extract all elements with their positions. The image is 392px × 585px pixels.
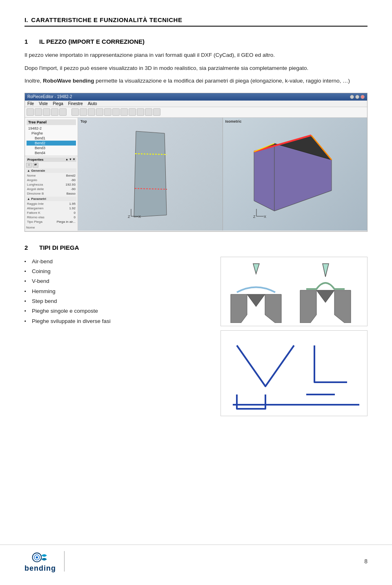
section-title: CARATTERISTICHE E FUNZIONALITÀ TECNICHE — [31, 16, 182, 23]
software-screenshot: RoPieceEditor - 19482-2 File Viste Piega… — [24, 93, 368, 232]
menu-aiuto[interactable]: Aiuto — [88, 101, 97, 106]
toolbar-btn-4[interactable] — [51, 108, 58, 116]
svg-marker-21 — [247, 294, 265, 307]
list-item-pieghe-singole: Pieghe singole e composte — [24, 306, 211, 316]
svg-marker-19 — [231, 294, 247, 323]
toolbar-btn-5[interactable] — [59, 108, 67, 116]
list-item-pieghe-sviluppate: Pieghe sviluppate in diverse fasi — [24, 316, 211, 326]
svg-marker-8 — [254, 143, 274, 211]
menu-viste[interactable]: Viste — [39, 101, 48, 106]
tree-item-pieghe[interactable]: Pieghe — [27, 131, 76, 136]
tree-item-bend3[interactable]: Bend3 — [27, 146, 76, 150]
footer-divider — [64, 551, 65, 572]
toolbar-btn-16[interactable] — [153, 108, 160, 116]
sw-title: RoPieceEditor - 19482-2 — [27, 94, 72, 99]
bend-types-list: Air-bend Coining V-bend Hemming Step ben… — [24, 257, 211, 326]
section-header: I. CARATTERISTICHE E FUNZIONALITÀ TECNIC… — [24, 16, 368, 27]
section2-illustrations — [220, 257, 368, 416]
properties-toolbar: ↕ ⇄ — [26, 163, 76, 168]
properties-title: Properties ▲ ▼ ✕ — [26, 157, 76, 162]
sw-properties-panel: Properties ▲ ▼ ✕ ↕ ⇄ ▲ Generale NomeBend… — [25, 156, 78, 231]
toolbar-btn-12[interactable] — [120, 108, 128, 116]
section2-layout: Air-bend Coining V-bend Hemming Step ben… — [24, 257, 368, 416]
props-angoli-delle: Angoli delle-90 — [26, 187, 76, 191]
svg-marker-22 — [323, 264, 329, 277]
l-shape-group — [314, 345, 347, 382]
minimize-icon — [350, 95, 354, 99]
sw-titlebar-buttons — [350, 95, 365, 99]
props-fattore: Fattore K0 — [26, 211, 76, 215]
subsection-1-title: IL PEZZO (Import e Correzione) — [39, 38, 145, 45]
svg-marker-0 — [134, 131, 167, 217]
props-ritorno: Ritorno elas0 — [26, 215, 76, 220]
maximize-icon — [355, 95, 359, 99]
viewport-iso-label: Isometric — [225, 119, 242, 123]
subsection-2-header: 2 TIPI DI PIEGA — [24, 244, 368, 251]
sw-titlebar: RoPieceEditor - 19482-2 — [25, 93, 367, 101]
menu-file[interactable]: File — [27, 101, 34, 106]
sw-toolbar — [25, 107, 367, 118]
toolbar-btn-11[interactable] — [112, 108, 120, 116]
toolbar-btn-1[interactable] — [27, 108, 34, 116]
tree-item-bend1[interactable]: Bend1 — [27, 136, 76, 141]
props-direzione: Direzione BBasso — [26, 191, 76, 196]
toolbar-btn-3[interactable] — [43, 108, 50, 116]
close-icon — [361, 95, 365, 99]
svg-text:Z: Z — [128, 215, 130, 219]
toolbar-btn-10[interactable] — [104, 108, 111, 116]
toolbar-btn-9[interactable] — [96, 108, 103, 116]
props-nome-bottom: Nome — [26, 226, 76, 229]
tree-item-bend4[interactable]: Bend4 — [27, 150, 76, 155]
toolbar-btn-6[interactable] — [71, 108, 79, 116]
toolbar-btn-7[interactable] — [80, 108, 87, 116]
sw-main-area: Tree Panel 19482-2 Pieghe Bend1 Bend2 Be… — [25, 118, 367, 231]
bend-types-top-illustration — [220, 257, 368, 326]
svg-marker-25 — [316, 290, 334, 303]
airbend-coining-svg — [225, 260, 363, 323]
menu-piega[interactable]: Piega — [53, 101, 63, 106]
subsection-2-number: 2 — [24, 244, 33, 251]
isometric-view-shape: Z X — [238, 127, 352, 221]
coining-group — [300, 264, 351, 323]
svg-marker-20 — [265, 294, 281, 323]
section2-bullets: Air-bend Coining V-bend Hemming Step ben… — [24, 257, 211, 416]
svg-text:X: X — [138, 215, 141, 219]
menu-finestre[interactable]: Finestre — [68, 101, 83, 106]
sw-viewports: Top Z X — [78, 118, 367, 231]
paragraph-1: Il pezzo viene importato in rappresentaz… — [24, 51, 368, 60]
svg-marker-18 — [253, 264, 259, 274]
sw-viewport-isometric: Isometric — [223, 118, 368, 231]
footer-page-number: 8 — [364, 558, 368, 565]
paragraph-2: Dopo l'import, il pezzo può essere visua… — [24, 64, 368, 73]
svg-text:X: X — [264, 215, 266, 219]
props-nome: NomeBend2 — [26, 173, 76, 178]
subsection-2-title: TIPI DI PIEGA — [39, 244, 79, 251]
svg-marker-24 — [334, 290, 351, 323]
tree-panel-title: Tree Panel — [27, 119, 76, 125]
tree-item-bend2-selected[interactable]: Bend2 — [27, 141, 76, 146]
v-shape-group — [237, 345, 294, 386]
sw-menubar: File Viste Piega Finestre Aiuto — [25, 101, 367, 107]
footer-logo: bending — [24, 550, 56, 573]
robowave-logo-icon — [30, 550, 51, 564]
toolbar-btn-8[interactable] — [88, 108, 95, 116]
svg-text:Z: Z — [253, 215, 256, 219]
toolbar-btn-2[interactable] — [35, 108, 42, 116]
list-item-stepbend: Step bend — [24, 296, 211, 306]
props-generale: ▲ Generale — [26, 168, 76, 173]
svg-marker-23 — [300, 290, 316, 323]
props-angolo: Angolo-90 — [26, 178, 76, 182]
toolbar-btn-13[interactable] — [129, 108, 136, 116]
toolbar-btn-14[interactable] — [137, 108, 144, 116]
list-item-hemming: Hemming — [24, 287, 211, 296]
vbend-shapes-svg — [225, 333, 363, 413]
props-allargamento: Allargamen1.92 — [26, 206, 76, 211]
toolbar-btn-15[interactable] — [145, 108, 152, 116]
list-item-airbend: Air-bend — [24, 257, 211, 267]
sw-viewport-top: Top Z X — [78, 118, 223, 231]
bend-shapes-bottom-illustration — [220, 330, 368, 416]
footer: bending 8 — [0, 545, 392, 573]
props-parametri: ▲ Parametri — [26, 197, 76, 201]
section-number: I. — [24, 16, 28, 23]
tree-item-root[interactable]: 19482-2 — [27, 126, 76, 131]
